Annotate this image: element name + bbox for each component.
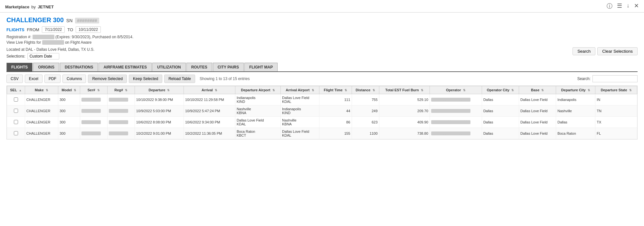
cell-departure: 10/6/2022 8:08:00 PM — [135, 117, 184, 128]
cell-flight-time: 111 — [319, 94, 352, 105]
excel-button[interactable]: Excel — [25, 75, 43, 83]
col-op-city[interactable]: Operator City ⇅ — [482, 86, 519, 94]
table-row: CHALLENGER300############10/9/2022 5:03:… — [7, 105, 637, 117]
sn-value: ######## — [75, 18, 99, 23]
cell-arrival: 10/9/2022 5:47:24 PM — [184, 105, 235, 117]
table-row: CHALLENGER300############10/2/2022 9:01:… — [7, 128, 637, 139]
cell-operator: #################### — [430, 117, 482, 128]
col-dep-airport[interactable]: Departure Airport ⇅ — [235, 86, 280, 94]
cell-make: CHALLENGER — [25, 128, 58, 139]
col-dep-city[interactable]: Departure City ⇅ — [556, 86, 595, 94]
logo-by: by — [31, 5, 36, 9]
cell-dep-airport: Boca RatonKBCT — [235, 128, 280, 139]
aircraft-make-model: CHALLENGER 300 — [6, 16, 64, 24]
reg-label: Registration #: — [6, 35, 31, 39]
logo-brand: JETNET — [38, 5, 54, 9]
col-ser[interactable]: Ser# ⇅ — [80, 86, 107, 94]
tab-utilization[interactable]: UTILIZATION — [152, 63, 186, 71]
download-icon[interactable]: ↓ — [627, 2, 630, 10]
cell-reg: ###### — [107, 105, 135, 117]
toolbar: CSV Excel PDF Columns Remove Selected Ke… — [6, 75, 638, 83]
flights-date-row: FLIGHTS FROM 7/11/2022 TO 10/11/2022 — [6, 26, 638, 33]
cell-sel — [7, 128, 25, 139]
selections-dropdown[interactable]: Custom Date Last 30 Days Last 90 Days La… — [27, 53, 59, 59]
cell-dep-state: FL — [595, 128, 637, 139]
remove-selected-button[interactable]: Remove Selected — [88, 75, 127, 83]
cell-sel — [7, 117, 25, 128]
col-departure[interactable]: Departure ⇅ — [135, 86, 184, 94]
cell-arrival: 10/6/2022 9:34:00 PM — [184, 117, 235, 128]
cell-arr-airport: Dallas Love FieldKDAL — [280, 94, 319, 105]
flights-label: FLIGHTS — [6, 27, 24, 32]
clear-selections-button[interactable]: Clear Selections — [597, 47, 638, 55]
col-distance[interactable]: Distance ⇅ — [352, 86, 379, 94]
col-fuel-burn[interactable]: Total EST Fuel Burn ⇅ — [379, 86, 430, 94]
tabs-row: FLIGHTS ORIGINS DESTINATIONS AIRFRAME ES… — [6, 63, 638, 72]
col-sel[interactable]: SEL ▲ — [7, 86, 25, 94]
cell-operator: #################### — [430, 105, 482, 117]
help-icon[interactable]: ⓘ — [607, 2, 612, 10]
tab-destinations[interactable]: DESTINATIONS — [60, 63, 98, 71]
cell-dep-airport: NashvilleKBNA — [235, 105, 280, 117]
cell-arr-airport: NashvilleKBNA — [280, 117, 319, 128]
cell-model: 300 — [58, 117, 80, 128]
tab-airframe-estimates[interactable]: AIRFRAME ESTIMATES — [99, 63, 151, 71]
row-checkbox[interactable] — [14, 120, 18, 124]
col-arr-airport[interactable]: Arrival Airport ⇅ — [280, 86, 319, 94]
tab-flight-map[interactable]: FLIGHT MAP — [244, 63, 278, 71]
cell-op-city: Dallas — [482, 128, 519, 139]
csv-button[interactable]: CSV — [6, 75, 23, 83]
col-arrival[interactable]: Arrival ⇅ — [184, 86, 235, 94]
cell-op-city: Dallas — [482, 117, 519, 128]
col-reg[interactable]: Reg# ⇅ — [107, 86, 135, 94]
cell-arrival: 10/10/2022 11:29:58 PM — [184, 94, 235, 105]
sn-label: SN — [66, 18, 72, 23]
cell-distance: 623 — [352, 117, 379, 128]
live-flights-redacted: ###### — [42, 40, 64, 45]
reg-info: Registration #: ###### (Expires: 9/30/20… — [6, 35, 638, 39]
cell-fuel-burn: 409.90 — [379, 117, 430, 128]
col-flight-time[interactable]: Flight Time ⇅ — [319, 86, 352, 94]
cell-base: Dallas Love Field — [519, 117, 556, 128]
cell-fuel-burn: 209.70 — [379, 105, 430, 117]
row-checkbox[interactable] — [14, 131, 18, 135]
tab-city-pairs[interactable]: CITY PAIRS — [213, 63, 244, 71]
close-icon[interactable]: ✕ — [634, 2, 639, 10]
reload-table-button[interactable]: Reload Table — [164, 75, 195, 83]
logo-text: Marketplace — [5, 5, 29, 9]
row-checkbox[interactable] — [14, 97, 18, 102]
tab-flights[interactable]: FLIGHTS — [6, 63, 33, 71]
cell-dep-airport: Dallas Love FieldKDAL — [235, 117, 280, 128]
pdf-button[interactable]: PDF — [44, 75, 61, 83]
cell-operator: #################### — [430, 94, 482, 105]
table-search-input[interactable] — [592, 75, 638, 82]
cell-dep-state: TX — [595, 117, 637, 128]
live-flights-prefix: View Live Flights for — [6, 40, 41, 45]
col-dep-state[interactable]: Departure State ⇅ — [595, 86, 637, 94]
cell-op-city: Dallas — [482, 105, 519, 117]
cell-model: 300 — [58, 105, 80, 117]
row-checkbox[interactable] — [14, 109, 18, 113]
menu-icon[interactable]: ☰ — [617, 2, 622, 10]
tab-origins[interactable]: ORIGINS — [33, 63, 59, 71]
date-from[interactable]: 7/11/2022 — [42, 26, 65, 33]
keep-selected-button[interactable]: Keep Selected — [129, 75, 162, 83]
search-button[interactable]: Search — [573, 47, 595, 55]
to-label: TO — [67, 27, 73, 32]
cell-dep-city: Indianapolis — [556, 94, 595, 105]
cell-dep-city: Boca Raton — [556, 128, 595, 139]
cell-model: 300 — [58, 128, 80, 139]
selections-label: Selections: — [6, 54, 25, 59]
tab-routes[interactable]: ROUTES — [186, 63, 212, 71]
col-make[interactable]: Make ⇅ — [25, 86, 58, 94]
top-bar-icons: ⓘ ☰ ↓ ✕ — [607, 2, 639, 10]
date-to[interactable]: 10/11/2022 — [76, 26, 101, 33]
col-base[interactable]: Base ⇅ — [519, 86, 556, 94]
cell-flight-time: 86 — [319, 117, 352, 128]
live-flights-info: View Live Flights for ###### on Flight A… — [6, 40, 638, 45]
col-model[interactable]: Model ⇅ — [58, 86, 80, 94]
reg-value: ###### — [33, 35, 54, 39]
columns-button[interactable]: Columns — [62, 75, 86, 83]
col-operator[interactable]: Operator ⇅ — [430, 86, 482, 94]
cell-departure: 10/2/2022 9:01:00 PM — [135, 128, 184, 139]
